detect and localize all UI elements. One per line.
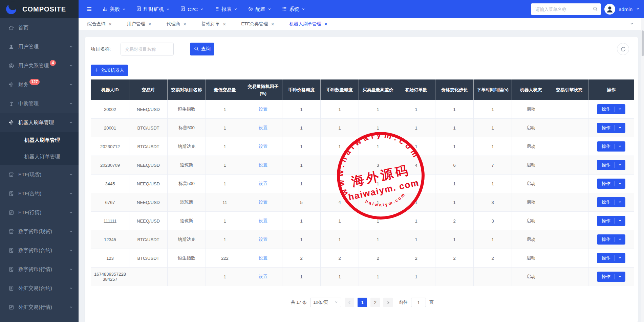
sidebar-item-首页[interactable]: 首页 [0,18,79,37]
user-avatar[interactable] [604,4,615,15]
query-button[interactable]: 查询 [190,43,214,55]
set-random-factor-link[interactable]: 设置 [259,125,267,130]
robot-id-cell: 3445 [91,175,129,193]
chevron-down-icon [267,6,272,12]
project-name-cell: 纳斯达克 [168,230,206,249]
page-size-value: 10条/页 [313,299,328,305]
sidebar-item-数字货币(现货)[interactable]: 数字货币(现货) [0,222,79,241]
row-action-dropdown-button[interactable]: 操作 [597,160,625,170]
tab-综合查询[interactable]: 综合查询✕ [87,21,112,27]
nav-item-理财矿机[interactable]: 理财矿机 [136,6,170,13]
chevron-down-icon [69,63,73,69]
trading-pair-cell: NEEQ/USD [129,193,168,212]
close-icon[interactable]: ✕ [222,22,226,27]
nav-item-配置[interactable]: 配置 [248,6,272,13]
set-random-factor-link[interactable]: 设置 [259,181,267,186]
set-random-factor-link[interactable]: 设置 [259,144,267,149]
page-number-2[interactable]: 2 [370,298,380,307]
robot-id-cell: 20001 [91,119,129,137]
row-action-dropdown-button[interactable]: 操作 [597,253,625,263]
tab-label: 综合查询 [87,21,106,27]
username-label[interactable]: admin [619,6,632,12]
set-random-factor-link[interactable]: 设置 [259,107,267,112]
tabs-overflow-chevron-down-icon[interactable] [630,21,634,27]
sidebar-item-ETF(现货)[interactable]: ETF(现货) [0,165,79,184]
set-random-factor-link[interactable]: 设置 [259,162,267,167]
page-number-1[interactable]: 1 [358,298,367,307]
row-action-dropdown-button[interactable]: 操作 [597,272,625,282]
hamburger-menu-icon[interactable] [86,6,93,12]
page-size-select[interactable]: 10条/页 [310,298,341,307]
set-random-factor-link[interactable]: 设置 [259,218,267,223]
sidebar-subitem-机器人订单管理[interactable]: 机器人订单管理 [0,148,79,165]
chevron-down-icon [166,6,170,12]
row-action-dropdown-button[interactable]: 操作 [597,123,625,133]
add-robot-button[interactable]: 添加机器人 [91,65,128,76]
engine-status-cell [550,249,588,268]
engine-status-cell [550,230,588,249]
sidebar-subitem-机器人刷单管理[interactable]: 机器人刷单管理 [0,132,79,148]
action-cell: 操作 [588,156,634,175]
row-action-dropdown-button[interactable]: 操作 [597,234,625,245]
action-button-label: 操作 [602,255,610,261]
tab-机器人刷单管理[interactable]: 机器人刷单管理✕ [289,21,328,27]
list-icon [282,6,287,13]
close-icon[interactable]: ✕ [183,22,187,27]
project-name-input[interactable] [121,43,174,55]
order-interval-cell: 2 [474,249,512,268]
refresh-button[interactable] [617,43,629,55]
sidebar-item-外汇交易(行情)[interactable]: 外汇交易(行情) [0,298,79,317]
set-random-factor-link[interactable]: 设置 [259,255,267,260]
row-action-dropdown-button[interactable]: 操作 [597,141,625,152]
goto-page-input[interactable] [411,298,426,307]
sidebar-item-用户管理[interactable]: 用户管理 [0,37,79,56]
nav-item-报表[interactable]: 报表 [214,6,238,13]
tab-用户管理[interactable]: 用户管理✕ [127,21,152,27]
sidebar-item-ETF(合约)[interactable]: ETF(合约) [0,184,79,203]
tab-ETF总类管理[interactable]: ETF总类管理✕ [241,21,274,27]
amount-precision-cell: 1 [321,137,359,156]
tab-提现订单[interactable]: 提现订单✕ [201,21,226,27]
sidebar-item-申购管理[interactable]: 申购管理 [0,94,79,113]
search-icon[interactable] [593,6,598,13]
initial-orders-cell: 1 [397,119,435,137]
nav-item-C2C[interactable]: C2C [180,6,204,13]
user-chevron-down-icon[interactable] [636,6,640,12]
sidebar-item-数字货币(合约)[interactable]: 数字货币(合约) [0,241,79,260]
next-page-button[interactable] [383,298,393,307]
table-row: 20001BTC/USDT标普5001设置111111启动操作 [91,119,634,137]
prev-page-button[interactable] [345,298,354,307]
set-random-factor-link[interactable]: 设置 [259,237,267,242]
table-row: 111111NEEQ/USD道琼斯1设置111123启动操作 [91,212,634,230]
nav-item-美股[interactable]: 美股 [102,6,126,13]
menu-search-input[interactable] [531,3,601,15]
set-random-factor-link[interactable]: 设置 [259,274,267,279]
close-icon[interactable]: ✕ [148,22,152,27]
scrollbar-thumb[interactable] [642,30,644,56]
close-icon[interactable]: ✕ [324,22,328,27]
sidebar-item-财务[interactable]: 财务127 [0,75,79,94]
sidebar-item-label: 用户关系管理 [18,63,49,69]
price-precision-cell: 1 [282,156,321,175]
sidebar-item-机器人刷单管理[interactable]: 机器人刷单管理 [0,113,79,132]
sidebar-item-ETF(行情)[interactable]: ETF(行情) [0,203,79,222]
row-action-dropdown-button[interactable]: 操作 [597,216,625,226]
set-random-factor-link[interactable]: 设置 [259,200,267,205]
row-action-dropdown-button[interactable]: 操作 [597,179,625,189]
random-factor-cell: 设置 [244,268,282,286]
action-cell: 操作 [588,193,634,212]
user-icon [8,44,14,50]
nav-item-系统[interactable]: 系统 [282,6,305,13]
pole-icon [8,101,14,107]
close-icon[interactable]: ✕ [108,22,112,27]
sidebar-item-用户关系管理[interactable]: 用户关系管理4 [0,56,79,75]
tab-代理商[interactable]: 代理商✕ [167,21,187,27]
sidebar-item-外汇交易(合约)[interactable]: 外汇交易(合约) [0,279,79,298]
sidebar-nav: 首页用户管理用户关系管理4财务127申购管理机器人刷单管理机器人刷单管理机器人订… [0,18,79,322]
page-scrollbar[interactable] [641,18,644,322]
close-icon[interactable]: ✕ [271,22,275,27]
journal-icon [180,6,186,13]
row-action-dropdown-button[interactable]: 操作 [597,104,625,114]
row-action-dropdown-button[interactable]: 操作 [597,197,625,207]
sidebar-item-数字货币(行情)[interactable]: 数字货币(行情) [0,260,79,279]
